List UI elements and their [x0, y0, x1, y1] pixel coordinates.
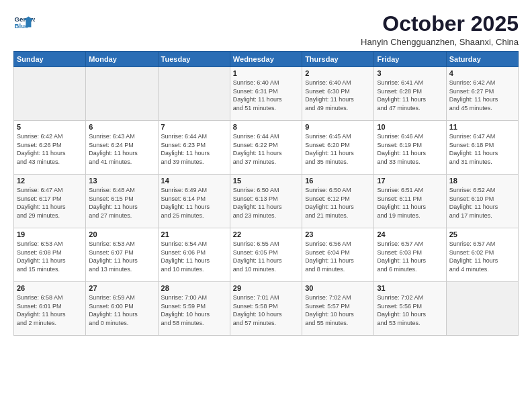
day-number: 7	[161, 123, 227, 131]
day-info: Sunrise: 6:46 AM Sunset: 6:19 PM Dayligh…	[377, 132, 443, 166]
day-info: Sunrise: 6:55 AM Sunset: 6:05 PM Dayligh…	[233, 240, 299, 273]
day-info: Sunrise: 6:52 AM Sunset: 6:10 PM Dayligh…	[449, 186, 515, 220]
day-number: 20	[89, 230, 154, 238]
day-number: 26	[17, 284, 83, 292]
day-info: Sunrise: 6:42 AM Sunset: 6:27 PM Dayligh…	[449, 79, 515, 112]
day-info: Sunrise: 6:57 AM Sunset: 6:02 PM Dayligh…	[449, 240, 515, 273]
day-number: 13	[89, 177, 154, 185]
calendar-day: 24Sunrise: 6:57 AM Sunset: 6:03 PM Dayli…	[374, 228, 446, 282]
calendar-header-row: Sunday Monday Tuesday Wednesday Thursday…	[14, 52, 519, 67]
day-info: Sunrise: 6:42 AM Sunset: 6:26 PM Dayligh…	[17, 132, 83, 166]
calendar-day: 1Sunrise: 6:40 AM Sunset: 6:31 PM Daylig…	[230, 67, 302, 121]
calendar-day: 21Sunrise: 6:54 AM Sunset: 6:06 PM Dayli…	[158, 228, 230, 282]
calendar-week-2: 5Sunrise: 6:42 AM Sunset: 6:26 PM Daylig…	[14, 121, 519, 175]
day-number: 1	[233, 69, 299, 77]
day-number: 29	[233, 284, 299, 292]
day-info: Sunrise: 6:49 AM Sunset: 6:14 PM Dayligh…	[161, 186, 227, 220]
col-friday: Friday	[374, 52, 446, 67]
day-number: 25	[449, 230, 515, 238]
day-number: 3	[377, 69, 443, 77]
day-info: Sunrise: 6:53 AM Sunset: 6:08 PM Dayligh…	[17, 240, 83, 273]
header: General Blue October 2025 Hanyin Chenggu…	[13, 12, 519, 47]
day-info: Sunrise: 6:50 AM Sunset: 6:13 PM Dayligh…	[233, 186, 299, 220]
calendar-day: 4Sunrise: 6:42 AM Sunset: 6:27 PM Daylig…	[446, 67, 518, 121]
calendar-day: 27Sunrise: 6:59 AM Sunset: 6:00 PM Dayli…	[86, 282, 158, 336]
day-number: 23	[305, 230, 371, 238]
calendar-day: 23Sunrise: 6:56 AM Sunset: 6:04 PM Dayli…	[302, 228, 374, 282]
calendar-week-5: 26Sunrise: 6:58 AM Sunset: 6:01 PM Dayli…	[14, 282, 519, 336]
day-info: Sunrise: 6:58 AM Sunset: 6:01 PM Dayligh…	[17, 293, 83, 327]
day-number: 9	[305, 123, 371, 131]
calendar-day: 31Sunrise: 7:02 AM Sunset: 5:56 PM Dayli…	[374, 282, 446, 336]
col-thursday: Thursday	[302, 52, 374, 67]
day-number: 18	[449, 177, 515, 185]
day-info: Sunrise: 7:00 AM Sunset: 5:59 PM Dayligh…	[161, 293, 227, 327]
calendar-week-4: 19Sunrise: 6:53 AM Sunset: 6:08 PM Dayli…	[14, 228, 519, 282]
calendar-day: 19Sunrise: 6:53 AM Sunset: 6:08 PM Dayli…	[14, 228, 86, 282]
calendar-day: 17Sunrise: 6:51 AM Sunset: 6:11 PM Dayli…	[374, 175, 446, 228]
col-saturday: Saturday	[446, 52, 518, 67]
calendar-day: 11Sunrise: 6:47 AM Sunset: 6:18 PM Dayli…	[446, 121, 518, 175]
calendar-day: 30Sunrise: 7:02 AM Sunset: 5:57 PM Dayli…	[302, 282, 374, 336]
calendar-day	[86, 67, 158, 121]
calendar-day: 22Sunrise: 6:55 AM Sunset: 6:05 PM Dayli…	[230, 228, 302, 282]
day-number: 30	[305, 284, 371, 292]
calendar-week-3: 12Sunrise: 6:47 AM Sunset: 6:17 PM Dayli…	[14, 175, 519, 228]
logo: General Blue	[13, 12, 35, 34]
day-number: 6	[89, 123, 154, 131]
day-info: Sunrise: 6:57 AM Sunset: 6:03 PM Dayligh…	[377, 240, 443, 273]
day-info: Sunrise: 6:48 AM Sunset: 6:15 PM Dayligh…	[89, 186, 154, 220]
calendar-day	[14, 67, 86, 121]
day-number: 4	[449, 69, 515, 77]
day-number: 15	[233, 177, 299, 185]
day-info: Sunrise: 7:01 AM Sunset: 5:58 PM Dayligh…	[233, 293, 299, 327]
day-number: 31	[377, 284, 443, 292]
calendar-week-1: 1Sunrise: 6:40 AM Sunset: 6:31 PM Daylig…	[14, 67, 519, 121]
col-monday: Monday	[86, 52, 158, 67]
day-info: Sunrise: 6:43 AM Sunset: 6:24 PM Dayligh…	[89, 132, 154, 166]
day-number: 8	[233, 123, 299, 131]
calendar-day: 10Sunrise: 6:46 AM Sunset: 6:19 PM Dayli…	[374, 121, 446, 175]
day-number: 24	[377, 230, 443, 238]
calendar-day: 8Sunrise: 6:44 AM Sunset: 6:22 PM Daylig…	[230, 121, 302, 175]
day-number: 21	[161, 230, 227, 238]
col-wednesday: Wednesday	[230, 52, 302, 67]
calendar-day: 7Sunrise: 6:44 AM Sunset: 6:23 PM Daylig…	[158, 121, 230, 175]
day-number: 10	[377, 123, 443, 131]
day-info: Sunrise: 6:40 AM Sunset: 6:31 PM Dayligh…	[233, 79, 299, 112]
calendar-day: 13Sunrise: 6:48 AM Sunset: 6:15 PM Dayli…	[86, 175, 158, 228]
day-info: Sunrise: 6:44 AM Sunset: 6:22 PM Dayligh…	[233, 132, 299, 166]
day-number: 11	[449, 123, 515, 131]
calendar-day: 9Sunrise: 6:45 AM Sunset: 6:20 PM Daylig…	[302, 121, 374, 175]
calendar-day: 26Sunrise: 6:58 AM Sunset: 6:01 PM Dayli…	[14, 282, 86, 336]
calendar: Sunday Monday Tuesday Wednesday Thursday…	[13, 51, 519, 336]
day-number: 5	[17, 123, 83, 131]
day-number: 17	[377, 177, 443, 185]
calendar-day: 3Sunrise: 6:41 AM Sunset: 6:28 PM Daylig…	[374, 67, 446, 121]
day-number: 28	[161, 284, 227, 292]
calendar-day: 25Sunrise: 6:57 AM Sunset: 6:02 PM Dayli…	[446, 228, 518, 282]
day-number: 19	[17, 230, 83, 238]
calendar-day: 14Sunrise: 6:49 AM Sunset: 6:14 PM Dayli…	[158, 175, 230, 228]
calendar-day: 20Sunrise: 6:53 AM Sunset: 6:07 PM Dayli…	[86, 228, 158, 282]
calendar-day: 28Sunrise: 7:00 AM Sunset: 5:59 PM Dayli…	[158, 282, 230, 336]
calendar-day: 15Sunrise: 6:50 AM Sunset: 6:13 PM Dayli…	[230, 175, 302, 228]
day-info: Sunrise: 7:02 AM Sunset: 5:56 PM Dayligh…	[377, 293, 443, 327]
day-info: Sunrise: 6:47 AM Sunset: 6:18 PM Dayligh…	[449, 132, 515, 166]
day-info: Sunrise: 6:53 AM Sunset: 6:07 PM Dayligh…	[89, 240, 154, 273]
col-tuesday: Tuesday	[158, 52, 230, 67]
day-number: 2	[305, 69, 371, 77]
logo-icon: General Blue	[13, 12, 35, 34]
day-info: Sunrise: 6:56 AM Sunset: 6:04 PM Dayligh…	[305, 240, 371, 273]
calendar-day: 18Sunrise: 6:52 AM Sunset: 6:10 PM Dayli…	[446, 175, 518, 228]
day-info: Sunrise: 6:45 AM Sunset: 6:20 PM Dayligh…	[305, 132, 371, 166]
calendar-day	[158, 67, 230, 121]
title-block: October 2025 Hanyin Chengguanzhen, Shaan…	[361, 12, 519, 47]
day-info: Sunrise: 6:54 AM Sunset: 6:06 PM Dayligh…	[161, 240, 227, 273]
day-info: Sunrise: 6:51 AM Sunset: 6:11 PM Dayligh…	[377, 186, 443, 220]
calendar-day: 5Sunrise: 6:42 AM Sunset: 6:26 PM Daylig…	[14, 121, 86, 175]
month-title: October 2025	[361, 12, 519, 36]
day-number: 14	[161, 177, 227, 185]
day-number: 27	[89, 284, 154, 292]
day-info: Sunrise: 6:40 AM Sunset: 6:30 PM Dayligh…	[305, 79, 371, 112]
